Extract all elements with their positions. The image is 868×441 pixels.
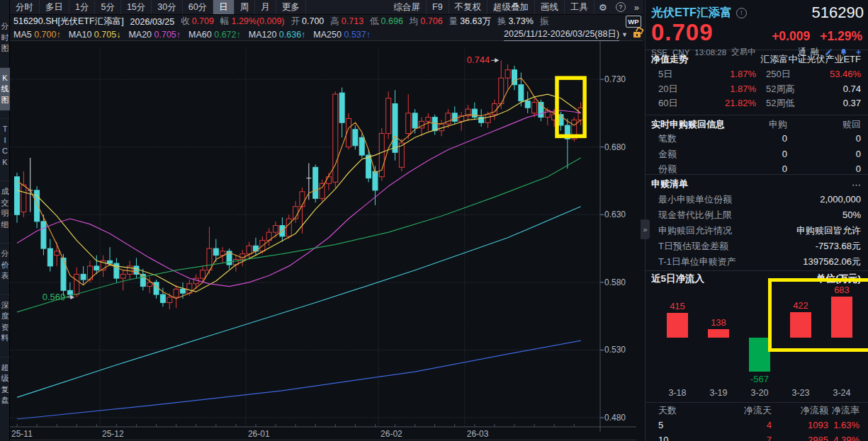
period-tab-分时[interactable]: 分时 — [10, 0, 40, 14]
quote-header: 光伏ETF汇添富 ! 516290 0.709 +0.009 +1.29% SS… — [646, 0, 868, 50]
toolbar-action-超级叠加[interactable]: 超级叠加 — [487, 0, 535, 14]
sidebar-item-成交明细[interactable]: 成 交 明 细 — [0, 181, 10, 235]
list-header: 申赎清单··· — [646, 174, 868, 192]
svg-text:25-11: 25-11 — [11, 429, 33, 439]
more-chevron-icon[interactable]: » — [630, 2, 643, 13]
realtime-subscription-section: 实时申购赎回信息申购赎回笔数00金额00份额00 — [646, 115, 868, 175]
period-tab-周[interactable]: 周 — [235, 0, 256, 14]
quote-info-row: 516290.SH[光伏ETF汇添富]2026/03/25收0.709幅1.29… — [10, 15, 643, 28]
ma-legend-MA250: MA250 0.537↑ — [313, 30, 371, 40]
toolbar-action-工具[interactable]: 工具 — [565, 0, 594, 14]
settings-gear-icon[interactable]: ⚙ — [594, 2, 611, 13]
period-tab-月[interactable]: 月 — [255, 0, 276, 14]
period-tab-5分[interactable]: 5分 — [95, 0, 120, 14]
sidebar-item-K线图[interactable]: K 线 图 — [0, 67, 10, 111]
nav-trend-row: 20日1.87%52周高0.74 — [646, 82, 868, 97]
flow-bar-date: 3-18 — [658, 388, 697, 398]
left-view-sidebar: 分 时 图K 线 图T I C K成 交 明 细分 价 表深 度 资 料超 级 … — [0, 0, 10, 441]
svg-text:0.730: 0.730 — [604, 74, 626, 84]
period-tab-更多[interactable]: 更多 — [276, 0, 306, 14]
net-inflow-table-section: 天数净流天净流额净流率5410931.63%10729854.39% — [646, 402, 868, 441]
quote-field-高: 高0.713 — [330, 16, 363, 28]
flow-bar-date: 3-23 — [781, 388, 821, 398]
subs-row: 笔数00 — [646, 131, 868, 147]
toolbar-actions: 综合屏F9不复权超级叠加画线工具⚙?» — [388, 0, 643, 14]
sidebar-item-深度资料[interactable]: 深 度 资 料 — [0, 294, 10, 349]
svg-text:0.480: 0.480 — [604, 413, 626, 423]
svg-text:0.580: 0.580 — [604, 277, 626, 287]
svg-text:26-03: 26-03 — [467, 429, 489, 439]
sidebar-item-分价表[interactable]: 分 价 表 — [0, 243, 10, 287]
period-tab-row: 分时多日1分5分15分30分60分日周月更多综合屏F9不复权超级叠加画线工具⚙?… — [10, 0, 643, 15]
list-row: 最小申赎单位份额2,000,000 — [646, 192, 868, 207]
price-change-pct: +1.29% — [820, 29, 862, 44]
quote-field-量: 量36.63万 — [449, 16, 491, 28]
wp-widget-button[interactable]: WP — [626, 16, 641, 28]
list-title: 申赎清单 — [651, 178, 688, 190]
ma-legend-MA5: MA5 0.700↑ — [13, 30, 61, 40]
nav-trend-section: 净值走势汇添富中证光伏产业ETF5日1.87%250日53.46%20日1.87… — [646, 50, 868, 115]
subs-col-redeem: 赎回 — [787, 118, 861, 131]
net-inflow-chart-section: 近5日净流入单位(万元)4153-181383-19-5673-204223-2… — [646, 270, 868, 402]
toolbar-action-画线[interactable]: 画线 — [535, 0, 565, 14]
quote-field-均: 均0.706 — [410, 16, 443, 28]
help-icon[interactable]: ? — [616, 2, 626, 12]
ma-legend-MA120: MA120 0.636↑ — [249, 30, 306, 40]
flow-bar-value: 415 — [658, 301, 697, 311]
quote-field-开: 开0.700 — [291, 16, 325, 28]
toolbar-action-不复权[interactable]: 不复权 — [449, 0, 488, 14]
flow-bar-date: 3-19 — [699, 388, 738, 398]
flow-bar-date: 3-24 — [822, 388, 862, 398]
quote-field-低: 低0.696 — [370, 16, 403, 28]
creation-redemption-list-section: 申赎清单···最小申赎单位份额2,000,000现金替代比例上限50%申购赎回允… — [646, 174, 868, 271]
period-tab-60分[interactable]: 60分 — [183, 0, 213, 14]
flow-bar-date: 3-20 — [740, 388, 779, 398]
list-row: T日预估现金差额-7573.68元 — [646, 239, 868, 254]
svg-text:0.630: 0.630 — [604, 210, 626, 219]
lock-icon[interactable] — [633, 32, 641, 38]
flow-table-header: 天数净流天净流额净流率 — [646, 403, 868, 418]
list-row: T-1日单位申赎资产1397562.06元 — [646, 254, 868, 270]
flow-table-row: 5410931.63% — [646, 418, 868, 433]
flow-bar — [708, 329, 729, 338]
nav-trend-row: 5日1.87%250日53.46% — [646, 67, 868, 82]
price-change: +0.009 — [772, 29, 810, 44]
quote-field-收: 收0.709 — [181, 16, 214, 28]
sidebar-item-分时图[interactable]: 分 时 图 — [0, 16, 10, 59]
quote-field-幅: 幅1.29%(0.009) — [220, 16, 285, 28]
flow-table-row: 10729854.39% — [646, 433, 868, 441]
date-range-selector[interactable]: 2025/11/12-2026/03/25(88日)▼ — [504, 28, 643, 41]
flow-highlight-box — [768, 278, 868, 352]
svg-text:26-02: 26-02 — [381, 429, 402, 439]
kline-chart[interactable]: 0.7300.6800.6300.5800.5300.48025-1125-12… — [10, 41, 636, 441]
svg-text:26-01: 26-01 — [248, 429, 270, 439]
list-row: 现金替代比例上限50% — [646, 207, 868, 223]
toolbar-action-F9[interactable]: F9 — [427, 0, 449, 14]
flow-bar — [749, 338, 770, 372]
toolbar-action-综合屏[interactable]: 综合屏 — [388, 0, 427, 14]
ma-legend-MA60: MA60 0.672↑ — [188, 30, 241, 40]
chart-toolbar: 分时多日1分5分15分30分60分日周月更多综合屏F9不复权超级叠加画线工具⚙?… — [10, 0, 643, 41]
nav-trend-title: 净值走势 — [651, 53, 688, 66]
period-tab-日[interactable]: 日 — [213, 0, 235, 14]
subs-row: 金额00 — [646, 147, 868, 162]
list-more-button[interactable]: ··· — [852, 179, 861, 190]
period-tab-多日[interactable]: 多日 — [40, 0, 69, 14]
ma-indicator-row: MA5 0.700↑MA10 0.705↓MA20 0.705↑MA60 0.6… — [10, 28, 643, 41]
period-tab-1分[interactable]: 1分 — [69, 0, 95, 14]
sidebar-item-TICK[interactable]: T I C K — [0, 118, 10, 173]
period-tab-30分[interactable]: 30分 — [152, 0, 182, 14]
subs-title: 实时申购赎回信息 — [651, 118, 726, 131]
nav-trend-header: 净值走势汇添富中证光伏产业ETF — [646, 50, 868, 67]
fund-code: 516290 — [812, 4, 864, 22]
flow-bar-value: -567 — [740, 374, 779, 384]
svg-text:0.569: 0.569 — [43, 292, 66, 302]
symbol-label: 516290.SH[光伏ETF汇添富] — [13, 16, 124, 28]
list-row: 申购赎回允许情况申购赎回皆允许 — [646, 223, 868, 239]
info-icon[interactable]: ! — [736, 8, 747, 18]
nav-trend-row: 60日21.82%52周低0.37 — [646, 96, 868, 111]
last-price: 0.709 — [651, 22, 714, 43]
panel-collapse-handle[interactable]: » — [641, 219, 650, 239]
period-tab-15分[interactable]: 15分 — [121, 0, 152, 14]
sidebar-item-超级复盘[interactable]: 超 级 复 盘 — [0, 357, 10, 411]
